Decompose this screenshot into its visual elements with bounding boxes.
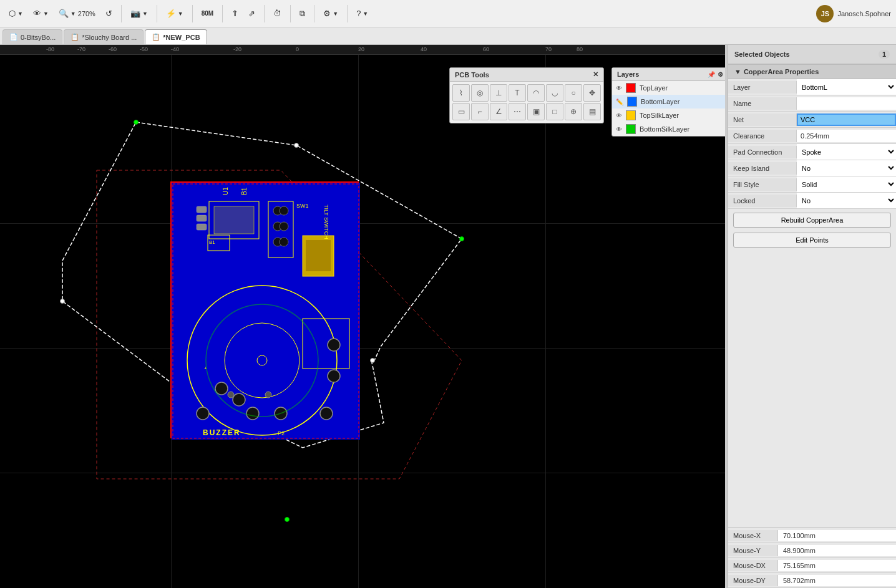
coord-row-mouse-dx: Mouse-DX 75.165mm [728,558,896,573]
tab-1-label: *Slouchy Board ... [82,34,137,41]
layer-row-bottom[interactable]: ✏️ BottomLayer [612,95,725,108]
svg-text:B1: B1 [209,239,215,245]
avatar: JS [816,5,834,22]
prop-label-name: Name [728,97,797,110]
prop-label-pad-connection: Pad Connection [728,146,797,158]
prop-select-locked[interactable]: No Yes [797,193,896,208]
prop-value-clearance: 0.254mm [797,130,896,142]
help-btn[interactable]: ? ▼ [353,6,372,21]
control-dot-3[interactable] [459,236,464,241]
pcb-canvas[interactable]: U1 B1 SW1 [0,55,725,588]
tool-pad[interactable]: ◎ [471,84,489,102]
prop-select-pad-connection[interactable]: Spoke Direct None [797,144,896,160]
coord-value-mouse-dx: 75.165mm [778,560,896,571]
layers-panel: Layers 📌 ⚙ ✕ 👁 TopLayer ✏️ [611,67,725,137]
layer-eye-bottom[interactable]: ✏️ [616,99,623,105]
tool-measure[interactable]: ⋯ [509,103,526,120]
layers-pin-icon[interactable]: 📌 [708,71,715,78]
tool-angle[interactable]: ∠ [490,103,507,120]
coord-label-mouse-x: Mouse-X [728,530,778,541]
tool-circle[interactable]: ○ [565,84,582,102]
copper-area-section-title: ▼ CopperArea Properties [728,64,896,79]
tool-fill[interactable]: ▤ [583,103,601,120]
separator-3 [192,5,193,22]
ruler-mark: -50 [140,46,148,52]
layer-row-bottomsilk[interactable]: 👁 BottomSilkLayer [612,122,725,136]
layer-eye-top[interactable]: 👁 [616,85,622,92]
layer-eye-topsilk[interactable]: 👁 [616,112,622,119]
canvas-area[interactable]: -80 -70 -60 -50 -40 -20 0 20 40 60 70 80 [0,45,725,588]
tool-corner[interactable]: ⌐ [471,103,489,120]
export-btn[interactable]: ⇑ [228,6,242,21]
zoom-tool-btn[interactable]: 🔍 ▼ 270% [55,6,99,21]
svg-text:SW1: SW1 [296,203,309,209]
view-tool-btn[interactable]: 👁 ▼ [29,6,52,21]
share-btn[interactable]: ⇗ [245,6,259,21]
control-dot-7[interactable] [60,299,65,304]
coord-row-mouse-dy: Mouse-DY 58.702mm [728,573,896,588]
ruler-mark: 0 [296,46,299,52]
route-btn[interactable]: ⚡ ▼ [162,6,187,21]
prop-select-fill-style[interactable]: Solid None [797,176,896,192]
control-dot-5[interactable] [285,517,290,522]
svg-text:P2: P2 [278,430,285,436]
tool-cross[interactable]: ✥ [583,84,601,102]
select-tool-btn[interactable]: ⬡ ▼ [5,6,27,21]
tab-1[interactable]: 📋 *Slouchy Board ... [64,29,144,44]
prop-row-net: Net [728,112,896,128]
tool-image[interactable]: ▭ [452,103,470,120]
section-collapse-icon[interactable]: ▼ [734,68,741,75]
control-dot-2[interactable] [294,143,299,148]
tool-via[interactable]: ⊥ [490,84,507,102]
80m-btn[interactable]: 80M [198,7,217,19]
tool-rect[interactable]: □ [546,103,563,120]
prop-label-fill-style: Fill Style [728,178,797,191]
pcb-tools-panel: PCB Tools ✕ ⌇ ◎ ⊥ T ◠ ◡ ○ ✥ ▭ ⌐ ∠ ⋯ ▣ [449,67,604,123]
tool-keepout[interactable]: ⊕ [565,103,582,120]
tab-2[interactable]: 📋 *NEW_PCB [145,29,207,44]
control-dot-4[interactable] [370,358,375,363]
rebuild-copper-area-btn[interactable]: Rebuild CopperArea [733,213,891,228]
layer-eye-bottomsilk[interactable]: 👁 [616,126,622,133]
separator-4 [222,5,223,22]
ruler-mark: 80 [577,46,583,52]
prop-row-locked: Locked No Yes [728,193,896,209]
prop-select-keep-island[interactable]: No Yes [797,160,896,176]
tool-text[interactable]: T [509,84,526,102]
prop-row-name: Name [728,95,896,112]
grid-line-v [545,55,546,588]
prop-input-net[interactable] [797,113,896,126]
tab-0-icon: 📄 [9,33,18,41]
edit-points-btn[interactable]: Edit Points [733,233,891,248]
pcb-tools-header[interactable]: PCB Tools ✕ [450,68,603,82]
prop-input-name[interactable] [797,97,896,110]
prop-label-net: Net [728,113,797,126]
prop-select-layer[interactable]: BottomL TopLayer BottomLayer [797,79,896,95]
section-title-text: CopperArea Properties [744,68,819,75]
tool-arc2[interactable]: ◡ [546,84,563,102]
layer-row-topsilk[interactable]: 👁 TopSilkLayer [612,108,725,122]
prop-row-pad-connection: Pad Connection Spoke Direct None [728,144,896,160]
layers-settings-icon[interactable]: ⚙ [718,71,723,78]
user-area: JS Janosch.Spohner [816,5,891,22]
tool-select-rect[interactable]: ▣ [527,103,545,120]
pcb-tools-close-icon[interactable]: ✕ [593,70,598,79]
layers-btn[interactable]: ⧉ [296,6,309,21]
coord-value-mouse-y: 48.900mm [778,545,896,556]
separator-7 [314,5,314,22]
settings-btn[interactable]: ⚙ ▼ [319,6,342,21]
control-dot-1[interactable] [134,120,139,125]
coord-row-mouse-y: Mouse-Y 48.900mm [728,543,896,558]
rotate-btn[interactable]: ↺ [102,6,116,21]
ruler-mark: -70 [77,46,85,52]
layers-header[interactable]: Layers 📌 ⚙ ✕ [612,68,725,81]
layer-row-top[interactable]: 👁 TopLayer [612,81,725,95]
svg-text:BUZZER: BUZZER [203,428,241,437]
tab-0[interactable]: 📄 0-BitsyBo... [2,29,62,44]
tool-wire[interactable]: ⌇ [452,84,470,102]
snapshot-btn[interactable]: 📷 ▼ [127,6,152,21]
tab-2-label: *NEW_PCB [163,34,200,41]
separator-5 [264,5,265,22]
history-btn[interactable]: ⏱ [270,6,285,21]
tool-arc1[interactable]: ◠ [527,84,545,102]
